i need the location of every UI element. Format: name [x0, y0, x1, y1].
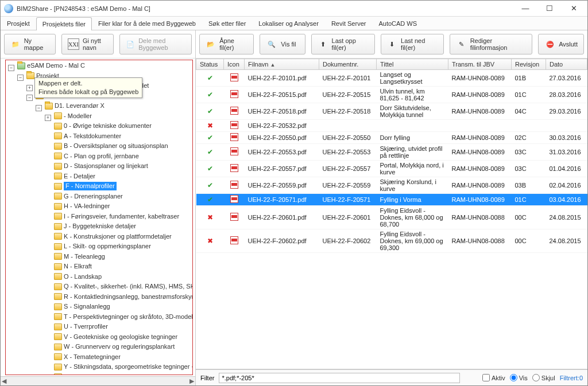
tree-item[interactable]: N - Elkraft	[64, 262, 92, 271]
cell-revisjon: 03B	[512, 177, 546, 194]
menu-filer-klar[interactable]: Filer klar for å dele med Byggeweb	[92, 17, 202, 30]
tree-item[interactable]: E - Detaljer	[64, 172, 95, 181]
table-row[interactable]: ✔UEH-22-F-20550.pdfUEH-22-F-20550Dorr fy…	[196, 132, 587, 144]
table-row[interactable]: ✖UEH-22-F-20532.pdf	[196, 120, 587, 132]
dele-med-button[interactable]: 📄 Dele med Byggeweb	[119, 34, 192, 54]
status-icon: ✔	[207, 165, 213, 173]
table-row[interactable]: ✔UEH-22-F-20571.pdfUEH-22-F-20571Fylling…	[196, 194, 587, 206]
tree-item[interactable]: Y - Stikningsdata, sporgeometriske tegni…	[64, 362, 193, 371]
col-revisjon[interactable]: Revisjon	[512, 59, 546, 70]
tree-item[interactable]: B - Oversiktsplaner og situasjonsplan	[64, 142, 168, 150]
tree-item[interactable]: K - Konstruksjoner og plattformdetaljer	[64, 232, 172, 241]
expander-icon[interactable]: +	[45, 115, 51, 121]
tree-item[interactable]: 0 - Øvrige tekniske dokumenter	[64, 122, 152, 130]
menu-revit[interactable]: Revit Server	[325, 17, 373, 30]
col-dokumentnr[interactable]: Dokumentnr.	[319, 59, 377, 70]
filter-input[interactable]	[219, 373, 460, 383]
table-row[interactable]: ✖UEH-22-F-20601.pdfUEH-22-F-20601Fylling…	[196, 206, 587, 229]
menu-sok[interactable]: Søk etter filer	[202, 17, 252, 30]
aktiv-checkbox[interactable]: Aktiv	[482, 374, 505, 381]
pdf-icon	[230, 164, 238, 172]
horizontal-scrollbar[interactable]: ◀▶	[1, 376, 195, 385]
tree-item[interactable]: H - VA-ledninger	[64, 202, 110, 210]
table-row[interactable]: ✔UEH-22-F-20553.pdfUEH-22-F-20553Skjærin…	[196, 144, 587, 161]
cell-tittel: Ulvin tunnel, km 81,625 - 81,642	[377, 87, 448, 103]
table-row[interactable]: ✔UEH-22-F-20557.pdfUEH-22-F-20557Portal,…	[196, 161, 587, 177]
tree-item[interactable]: R - Kontaktledningsanlegg, banestrømsfor…	[64, 293, 193, 301]
cell-dokumentnr: UEH-22-F-20550	[319, 132, 377, 144]
cell-dokumentnr	[319, 120, 377, 132]
skjul-radio[interactable]: Skjul	[532, 374, 555, 381]
cell-dokumentnr: UEH-22-F-20571	[319, 194, 377, 206]
vis-fil-button[interactable]: 🔍Vis fil	[260, 34, 305, 54]
maximize-button[interactable]: ☐	[541, 3, 558, 14]
avslutt-button[interactable]: ⛔Avslutt	[538, 34, 584, 54]
tree-item[interactable]: J - Byggetekniske detaljer	[64, 222, 136, 231]
tree-item[interactable]: M - Teleanlegg	[64, 252, 105, 261]
last-ned-button[interactable]: ⬇Last ned fil(er)	[381, 34, 444, 54]
col-icon[interactable]: Icon	[224, 59, 245, 70]
tree-item[interactable]: W - Grunnerverv og reguleringsplankart	[64, 342, 175, 351]
table-row[interactable]: ✔UEH-22-F-20518.pdfUEH-22-F-20518Dorr Si…	[196, 103, 587, 120]
tree-item[interactable]: A - Tekstdokumenter	[64, 132, 121, 141]
table-row[interactable]: ✔UEH-22-F-20559.pdfUEH-22-F-20559Skjærin…	[196, 177, 587, 194]
vis-radio[interactable]: Vis	[510, 374, 528, 381]
tree-item[interactable]: I - Føringsveier, fundamenter, kabeltras…	[64, 212, 179, 221]
expander-icon[interactable]: −	[36, 105, 42, 111]
col-status[interactable]: Status	[196, 59, 224, 70]
last-opp-button[interactable]: ⬆Last opp fil(er)	[311, 34, 375, 54]
folder-icon	[54, 233, 62, 240]
folder-icon	[54, 112, 62, 119]
expander-icon[interactable]: +	[26, 85, 33, 91]
menu-autocad[interactable]: AutoCAD WS	[372, 17, 423, 30]
tree-item[interactable]: U - Tverrprofiler	[64, 322, 108, 331]
share-icon: 📄	[126, 38, 135, 50]
tree-item[interactable]: C - Plan og profil, jernbane	[64, 152, 139, 161]
tree-item[interactable]: X - Tematetegninger	[64, 353, 121, 361]
expander-icon[interactable]: −	[8, 65, 14, 71]
status-icon: ✔	[207, 107, 213, 115]
tree-item[interactable]: L - Skilt- og oppmerkingsplaner	[64, 242, 151, 251]
tree-item[interactable]: T - Perspektivtegninger og skråfoto, 3D-…	[64, 313, 193, 321]
cell-transm: RAM-UHN08-0089	[448, 132, 512, 144]
col-dato[interactable]: Dato	[546, 59, 587, 70]
close-button[interactable]: ✕	[566, 3, 582, 14]
col-transm[interactable]: Transm. til JBV	[448, 59, 512, 70]
col-tittel[interactable]: Tittel	[377, 59, 448, 70]
expander-icon[interactable]: −	[26, 95, 33, 101]
rediger-label: Rediger filinformasjon	[470, 37, 526, 51]
cell-filnavn: UEH-22-F-20101.pdf	[245, 70, 319, 87]
menu-prosjekt[interactable]: Prosjekt	[1, 17, 36, 30]
tooltip-line1: Mappen er delt.	[38, 79, 138, 88]
expander-icon[interactable]: −	[17, 75, 24, 81]
tree-item[interactable]: O - Landskap	[64, 272, 102, 281]
tree-item[interactable]: Z - Mengdeoppstilling og sammendrag	[64, 373, 172, 376]
file-grid[interactable]: Status Icon Filnavn▲ Dokumentnr. Tittel …	[196, 59, 587, 369]
apne-fil-button[interactable]: 📂Åpne fil(er)	[199, 34, 254, 54]
minimize-button[interactable]: —	[517, 3, 533, 14]
tree-item[interactable]: Q - Kvalitet-, sikkerhet- (inkl. RAMS), …	[64, 282, 193, 291]
tree-item[interactable]: D - Stasjonsplaner og linjekart	[64, 162, 148, 170]
table-row[interactable]: ✔UEH-22-F-20101.pdfUEH-22-F-20101Langset…	[196, 70, 587, 87]
folder-tree[interactable]: −eSAM Demo - Mal C −Prosjekt Mappen er d…	[5, 60, 193, 375]
tree-item[interactable]: V - Geotekniske og geologiske tegninger	[64, 333, 177, 341]
menu-lokaliser[interactable]: Lokaliser og Analyser	[252, 17, 325, 30]
tree-item[interactable]: F - Normalprofiler	[64, 182, 117, 190]
tree-modeller[interactable]: - Modeller	[64, 112, 92, 120]
cell-dokumentnr: UEH-22-F-20101	[319, 70, 377, 87]
rename-icon: XXI	[68, 38, 79, 50]
status-icon: ✖	[207, 213, 213, 221]
tree-item[interactable]: G - Dreneringsplaner	[64, 192, 123, 201]
folder-icon	[54, 253, 62, 260]
ny-mappe-button[interactable]: 📁 Ny mappe	[4, 34, 56, 54]
gi-nytt-navn-button[interactable]: XXI Gi nytt navn	[61, 34, 114, 54]
upload-icon: ⬆	[318, 38, 328, 50]
table-row[interactable]: ✔UEH-22-F-20515.pdfUEH-22-F-20515Ulvin t…	[196, 87, 587, 103]
tree-root[interactable]: eSAM Demo - Mal C	[27, 61, 85, 70]
table-row[interactable]: ✖UEH-22-F-20602.pdfUEH-22-F-20602Fylling…	[196, 229, 587, 253]
col-filnavn[interactable]: Filnavn▲	[245, 59, 319, 70]
menu-prosjektets-filer[interactable]: Prosjektets filer	[36, 17, 92, 30]
tree-d1[interactable]: D1. Leverandør X	[55, 102, 105, 110]
rediger-button[interactable]: ✎Rediger filinformasjon	[450, 34, 532, 54]
tree-item[interactable]: S - Signalanlegg	[64, 302, 110, 311]
